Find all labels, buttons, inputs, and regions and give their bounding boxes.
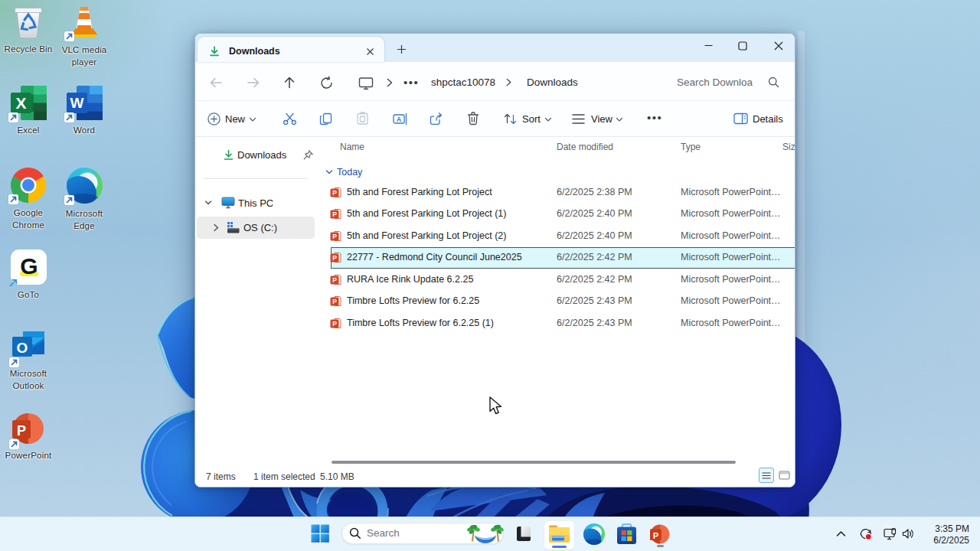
svg-text:P: P <box>332 320 337 328</box>
svg-text:P: P <box>332 276 337 284</box>
svg-text:W: W <box>70 95 83 111</box>
svg-text:P: P <box>332 254 337 262</box>
svg-text:P: P <box>332 233 337 240</box>
svg-text:P: P <box>332 189 337 197</box>
svg-text:P: P <box>332 298 337 305</box>
svg-text:G: G <box>20 253 38 279</box>
svg-text:O: O <box>17 340 28 356</box>
svg-text:P: P <box>17 423 26 439</box>
svg-text:P: P <box>653 531 659 540</box>
svg-text:A: A <box>397 116 401 123</box>
svg-text:X: X <box>15 94 26 112</box>
svg-text:P: P <box>332 210 337 218</box>
